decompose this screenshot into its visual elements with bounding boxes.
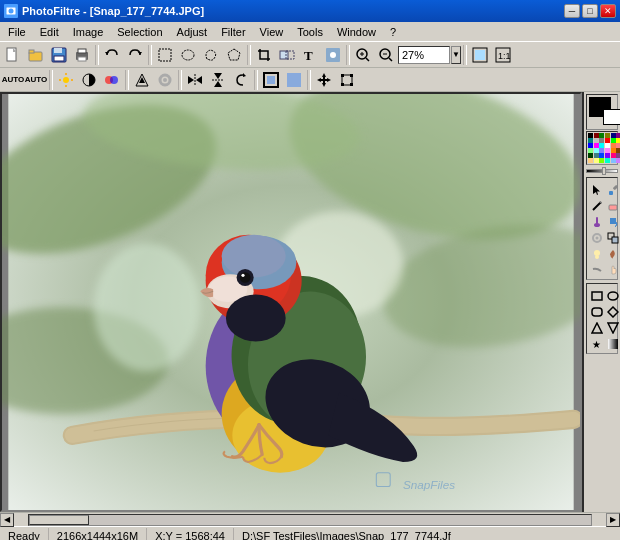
flip-h-button[interactable] bbox=[184, 69, 206, 91]
move-button[interactable] bbox=[313, 69, 335, 91]
selection-rect-button[interactable] bbox=[154, 44, 176, 66]
svg-point-15 bbox=[182, 50, 194, 60]
palette-color-cell[interactable] bbox=[594, 158, 599, 163]
svg-rect-30 bbox=[475, 50, 485, 60]
scroll-right-button[interactable]: ▶ bbox=[606, 513, 620, 527]
dodge-tool[interactable] bbox=[589, 246, 604, 261]
palette-grid bbox=[588, 133, 620, 163]
fill-button[interactable] bbox=[283, 69, 305, 91]
brightness-button[interactable] bbox=[55, 69, 77, 91]
transform-button[interactable] bbox=[336, 69, 358, 91]
minimize-button[interactable]: ─ bbox=[564, 4, 580, 18]
close-button[interactable]: ✕ bbox=[600, 4, 616, 18]
palette-color-cell[interactable] bbox=[611, 158, 616, 163]
shapes-section: ★ bbox=[586, 283, 618, 354]
text-button[interactable]: T bbox=[299, 44, 321, 66]
eyedropper-tool[interactable] bbox=[605, 182, 620, 197]
ellipse-shape[interactable] bbox=[605, 288, 620, 303]
scroll-left-button[interactable]: ◀ bbox=[0, 513, 14, 527]
rect-shape[interactable] bbox=[589, 288, 604, 303]
gradient-shape[interactable] bbox=[605, 336, 620, 351]
blur-button[interactable] bbox=[154, 69, 176, 91]
menu-window[interactable]: Window bbox=[331, 23, 382, 41]
selection-poly-button[interactable] bbox=[223, 44, 245, 66]
diamond-shape[interactable] bbox=[605, 304, 620, 319]
menu-view[interactable]: View bbox=[254, 23, 290, 41]
svg-marker-12 bbox=[105, 52, 109, 55]
arrow-shape[interactable] bbox=[605, 320, 620, 335]
clone-tool[interactable] bbox=[605, 230, 620, 245]
svg-point-44 bbox=[163, 78, 167, 82]
smudge-tool[interactable] bbox=[589, 262, 604, 277]
blur-tool[interactable] bbox=[589, 230, 604, 245]
redo-button[interactable] bbox=[124, 44, 146, 66]
svg-point-94 bbox=[594, 223, 600, 227]
border-button[interactable] bbox=[260, 69, 282, 91]
menu-image[interactable]: Image bbox=[67, 23, 110, 41]
auto-levels-button[interactable]: AUTO bbox=[2, 69, 24, 91]
background-color[interactable] bbox=[603, 109, 620, 125]
svg-point-81 bbox=[226, 295, 286, 342]
rotate-cw-button[interactable] bbox=[230, 69, 252, 91]
fill-tool[interactable] bbox=[605, 214, 620, 229]
status-bar: Ready 2166x1444x16M X:Y = 1568:44 D:\SF … bbox=[0, 526, 620, 540]
palette-color-cell[interactable] bbox=[616, 158, 620, 163]
fit-button[interactable] bbox=[469, 44, 491, 66]
crop-button[interactable] bbox=[253, 44, 275, 66]
maximize-button[interactable]: □ bbox=[582, 4, 598, 18]
menu-edit[interactable]: Edit bbox=[34, 23, 65, 41]
palette-color-cell[interactable] bbox=[605, 158, 610, 163]
menu-help[interactable]: ? bbox=[384, 23, 402, 41]
open-button[interactable] bbox=[25, 44, 47, 66]
contrast-button[interactable] bbox=[78, 69, 100, 91]
palette-color-cell[interactable] bbox=[588, 158, 593, 163]
pointer-tool[interactable] bbox=[589, 182, 604, 197]
svg-line-23 bbox=[366, 58, 369, 61]
zoom-dropdown[interactable]: ▼ bbox=[451, 46, 461, 64]
undo-button[interactable] bbox=[101, 44, 123, 66]
opacity-handle[interactable] bbox=[602, 167, 606, 175]
svg-rect-5 bbox=[29, 50, 34, 53]
menu-tools[interactable]: Tools bbox=[291, 23, 329, 41]
horizontal-scrollbar[interactable]: ◀ ▶ bbox=[0, 512, 620, 526]
svg-rect-54 bbox=[287, 73, 301, 87]
scroll-thumb[interactable] bbox=[29, 515, 89, 525]
filters-button[interactable] bbox=[322, 44, 344, 66]
menu-adjust[interactable]: Adjust bbox=[171, 23, 214, 41]
selection-lasso-button[interactable] bbox=[200, 44, 222, 66]
color-preview[interactable] bbox=[589, 97, 620, 125]
hand-tool[interactable] bbox=[605, 262, 620, 277]
zoom-input[interactable]: 27% bbox=[398, 46, 450, 64]
zoom-out-button[interactable] bbox=[375, 44, 397, 66]
palette-color-cell[interactable] bbox=[599, 158, 604, 163]
menu-selection[interactable]: Selection bbox=[111, 23, 168, 41]
shapes-grid: ★ bbox=[589, 288, 615, 351]
save-button[interactable] bbox=[48, 44, 70, 66]
flip-v-button[interactable] bbox=[207, 69, 229, 91]
auto-contrast-button[interactable]: AUTO bbox=[25, 69, 47, 91]
svg-rect-10 bbox=[78, 49, 86, 53]
status-ready: Ready bbox=[4, 528, 49, 541]
opacity-slider-track[interactable] bbox=[586, 167, 618, 175]
brush-tool[interactable] bbox=[589, 214, 604, 229]
burn-tool[interactable] bbox=[605, 246, 620, 261]
resize-button[interactable] bbox=[276, 44, 298, 66]
actual-size-button[interactable]: 1:1 bbox=[492, 44, 514, 66]
svg-text:T: T bbox=[304, 48, 313, 63]
saturation-button[interactable] bbox=[101, 69, 123, 91]
star-shape[interactable]: ★ bbox=[589, 336, 604, 351]
selection-ellipse-button[interactable] bbox=[177, 44, 199, 66]
canvas-area[interactable]: SnapFiles bbox=[0, 92, 582, 512]
print-button[interactable] bbox=[71, 44, 93, 66]
svg-rect-14 bbox=[159, 49, 171, 61]
triangle-shape[interactable] bbox=[589, 320, 604, 335]
pencil-tool[interactable] bbox=[589, 198, 604, 213]
menu-filter[interactable]: Filter bbox=[215, 23, 251, 41]
new-button[interactable] bbox=[2, 44, 24, 66]
eraser-tool[interactable] bbox=[605, 198, 620, 213]
zoom-in-button[interactable] bbox=[352, 44, 374, 66]
scroll-track[interactable] bbox=[28, 514, 592, 526]
rounded-rect-shape[interactable] bbox=[589, 304, 604, 319]
sharpen-button[interactable] bbox=[131, 69, 153, 91]
menu-file[interactable]: File bbox=[2, 23, 32, 41]
